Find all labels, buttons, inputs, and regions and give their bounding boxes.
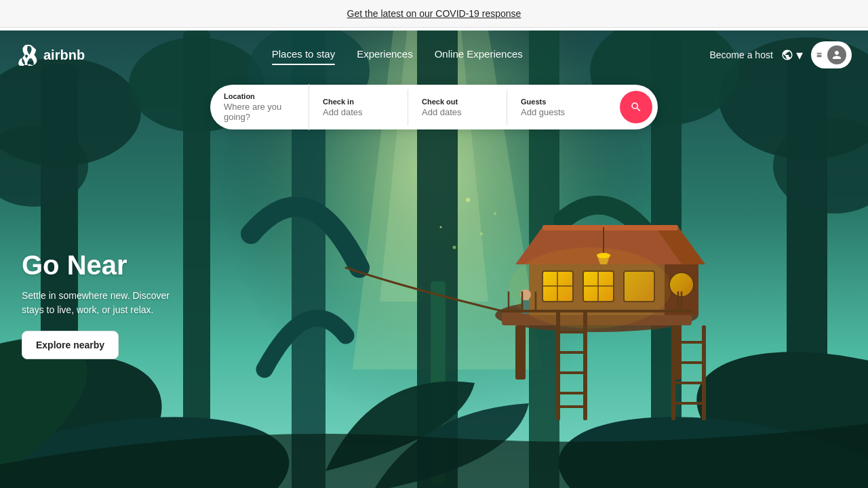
guests-input[interactable]: Add guests <box>521 107 606 117</box>
hero-title: Go Near <box>22 250 184 281</box>
user-menu[interactable]: ≡ <box>811 41 852 68</box>
tab-places-to-stay[interactable]: Places to stay <box>272 48 335 62</box>
svg-rect-32 <box>542 225 678 230</box>
svg-rect-64 <box>671 325 675 420</box>
svg-rect-57 <box>556 312 560 420</box>
nav-tabs: Places to stay Experiences Online Experi… <box>272 48 523 62</box>
avatar <box>827 45 846 64</box>
checkout-label: Check out <box>422 98 493 106</box>
hamburger-icon: ≡ <box>816 49 822 60</box>
hero-content: Go Near Settle in somewhere new. Discove… <box>22 250 184 359</box>
checkin-input[interactable]: Add dates <box>323 107 394 117</box>
guests-label: Guests <box>521 98 606 106</box>
explore-nearby-button[interactable]: Explore nearby <box>22 331 119 359</box>
covid-banner: Get the latest on our COVID-19 response <box>0 0 868 28</box>
checkout-field[interactable]: Check out Add dates <box>408 89 507 125</box>
checkin-label: Check in <box>323 98 394 106</box>
svg-rect-51 <box>502 310 692 312</box>
hero-subtitle: Settle in somewhere new. Discover stays … <box>22 289 184 317</box>
logo-text: airbnb <box>43 47 85 63</box>
svg-rect-58 <box>583 312 587 420</box>
become-host-link[interactable]: Become a host <box>709 49 772 60</box>
svg-point-74 <box>440 226 442 228</box>
svg-point-70 <box>466 198 470 202</box>
logo[interactable]: airbnb <box>16 44 85 66</box>
search-bar: Location Where are you going? Check in A… <box>210 85 658 129</box>
svg-rect-26 <box>515 325 526 380</box>
svg-point-73 <box>494 212 496 215</box>
guests-field[interactable]: Guests Add guests <box>507 89 620 125</box>
location-label: Location <box>224 92 295 100</box>
navbar: airbnb Places to stay Experiences Online… <box>0 30 868 79</box>
svg-point-43 <box>509 247 671 329</box>
location-input[interactable]: Where are you going? <box>224 102 295 122</box>
location-field[interactable]: Location Where are you going? <box>210 84 309 130</box>
svg-point-72 <box>453 246 456 249</box>
covid-link[interactable]: Get the latest on our COVID-19 response <box>347 8 521 19</box>
chevron-down-icon: ▾ <box>796 47 803 63</box>
svg-point-48 <box>597 253 610 258</box>
checkout-input[interactable]: Add dates <box>422 107 493 117</box>
language-selector[interactable]: ▾ <box>781 47 803 63</box>
tab-online-experiences[interactable]: Online Experiences <box>435 48 523 62</box>
search-button[interactable] <box>620 91 652 123</box>
svg-point-71 <box>480 232 483 235</box>
svg-rect-65 <box>702 325 706 420</box>
tab-experiences[interactable]: Experiences <box>357 48 413 62</box>
checkin-field[interactable]: Check in Add dates <box>309 89 408 125</box>
nav-right: Become a host ▾ ≡ <box>709 41 852 68</box>
